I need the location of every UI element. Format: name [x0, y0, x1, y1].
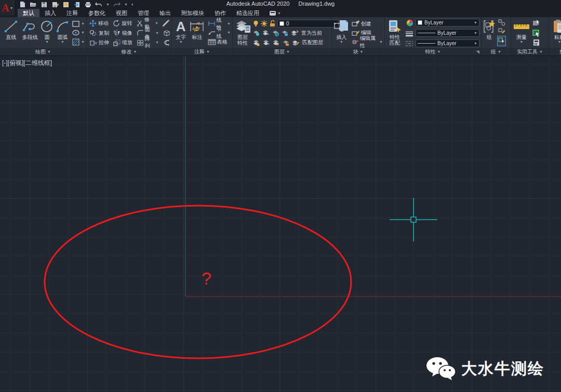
- copy-tool[interactable]: 复制: [89, 30, 110, 37]
- chevron-down-icon: ▼: [155, 41, 159, 44]
- erase-icon: [162, 20, 170, 27]
- line-tool[interactable]: 直线: [2, 18, 20, 40]
- edit-block-icon: [352, 30, 360, 36]
- panel-label-utilities[interactable]: 实用工具 ▼: [511, 48, 549, 56]
- group-tool[interactable]: 组: [483, 18, 496, 40]
- select-all-icon[interactable]: [532, 29, 540, 37]
- create-block-tool[interactable]: 创建: [352, 19, 383, 28]
- layer-isolate-icon[interactable]: [253, 30, 260, 36]
- layer-off-icon[interactable]: [272, 30, 279, 36]
- layer-select-dropdown[interactable]: 0 ▼: [277, 20, 339, 28]
- tab-insert[interactable]: 插入: [39, 9, 61, 17]
- move-icon: [89, 20, 97, 27]
- tab-addins[interactable]: 附加模块: [176, 9, 209, 17]
- layer-lock-icon[interactable]: [282, 30, 288, 36]
- quick-calculator-icon[interactable]: [533, 39, 540, 46]
- dialog-launcher-icon[interactable]: ◥: [476, 50, 479, 55]
- move-tool[interactable]: 移动: [89, 20, 110, 27]
- panel-label-draw[interactable]: 绘图 ▼: [0, 48, 86, 56]
- group-selection-toggle[interactable]: [497, 36, 506, 46]
- chevron-down-icon: ▼: [45, 40, 49, 44]
- tab-parametric[interactable]: 参数化: [83, 9, 111, 17]
- layer-properties-tool[interactable]: 图层 特性: [234, 18, 251, 46]
- layer-state-1-icon[interactable]: [253, 39, 260, 46]
- layer-unlock-icon[interactable]: [270, 20, 275, 27]
- tab-collaborate[interactable]: 协作: [209, 9, 231, 17]
- rectangle-tool[interactable]: ▼: [72, 19, 85, 28]
- crosshair-cursor: [390, 198, 437, 241]
- offset-tool[interactable]: [162, 39, 170, 46]
- paste-tool[interactable]: 粘贴 ▼: [551, 18, 561, 44]
- table-tool[interactable]: 表格: [208, 37, 231, 46]
- polyline-tool[interactable]: 多段线: [20, 18, 39, 40]
- stretch-icon: [89, 39, 97, 46]
- layer-unlock-small-icon[interactable]: [283, 39, 289, 46]
- color-wheel-icon[interactable]: [406, 19, 413, 27]
- set-current-tool[interactable]: 置为当前: [301, 30, 322, 37]
- arc-tool[interactable]: 圆弧 ▼: [55, 18, 71, 44]
- scale-tool[interactable]: 缩放: [113, 39, 134, 46]
- chevron-down-icon: ▼: [539, 50, 543, 53]
- tab-annotate[interactable]: 注释: [61, 9, 83, 17]
- panel-label-groups[interactable]: 组 ▼: [482, 48, 511, 56]
- layer-freeze-layers-icon[interactable]: [262, 30, 270, 36]
- drawing-canvas[interactable]: [-][俯视][二维线框] ?: [0, 56, 561, 392]
- tab-manage[interactable]: 管理: [132, 9, 154, 17]
- quick-select-icon[interactable]: [532, 19, 540, 26]
- panel-draw: 直线 多段线 圆 ▼ 圆弧 ▼: [0, 17, 87, 56]
- ellipse-object[interactable]: [45, 206, 351, 358]
- panel-properties: 特性 匹配 ByLayer ▼: [385, 17, 482, 56]
- color-swatch: [418, 20, 422, 25]
- match-layer-tool[interactable]: 匹配图层: [302, 39, 323, 46]
- chevron-down-icon: ▼: [81, 40, 85, 44]
- dimension-tool[interactable]: 标注: [188, 18, 206, 40]
- text-tool[interactable]: A 文字 ▼: [173, 18, 188, 44]
- layer-on-icon[interactable]: [253, 20, 259, 27]
- ellipse-tool[interactable]: ▼: [72, 29, 85, 37]
- hatch-icon: [72, 38, 80, 46]
- layer-thaw-icon[interactable]: [261, 20, 268, 27]
- explode-tool[interactable]: [162, 30, 170, 36]
- circle-tool[interactable]: 圆 ▼: [39, 18, 55, 44]
- panel-label-block[interactable]: 块 ▼: [332, 48, 384, 56]
- match-layer-icon[interactable]: [292, 39, 300, 46]
- tab-output[interactable]: 输出: [154, 9, 176, 17]
- linetype-dropdown[interactable]: ByLayer ▼: [416, 39, 479, 47]
- match-properties-tool[interactable]: 特性 匹配: [386, 18, 403, 46]
- lineweight-icon[interactable]: [405, 31, 413, 37]
- edit-attributes-tool[interactable]: 编辑属性 ▼: [352, 37, 383, 46]
- ungroup-icon[interactable]: [498, 19, 505, 26]
- measure-tool[interactable]: 测量 ▼: [513, 18, 530, 44]
- make-current-icon[interactable]: [291, 30, 299, 36]
- layer-state-3-icon[interactable]: [273, 39, 280, 46]
- panel-block: 插入 ▼ 创建 编辑 编辑属性 ▼: [332, 17, 385, 56]
- leader-tool[interactable]: 引线 ▼: [208, 29, 231, 37]
- chevron-down-icon: ▼: [47, 50, 51, 53]
- linetype-icon[interactable]: [405, 41, 413, 46]
- watermark: 大水牛测绘: [426, 357, 544, 381]
- hatch-tool[interactable]: ▼: [72, 37, 85, 46]
- panel-label-modify[interactable]: 修改 ▼: [87, 48, 171, 56]
- layer-state-2-icon[interactable]: [263, 39, 270, 46]
- erase-tool[interactable]: [162, 20, 170, 27]
- object-color-dropdown[interactable]: ByLayer ▼: [416, 19, 479, 26]
- tab-view[interactable]: 视图: [111, 9, 132, 17]
- panel-label-layers[interactable]: 图层 ▼: [233, 48, 331, 56]
- tab-home[interactable]: 默认: [18, 9, 39, 17]
- panel-clipboard: 粘贴 ▼ 剪贴板: [549, 17, 561, 56]
- table-icon: [208, 39, 216, 45]
- mirror-tool[interactable]: 镜像: [113, 30, 134, 37]
- stretch-tool[interactable]: 拉伸: [89, 39, 110, 46]
- insert-block-tool[interactable]: 插入 ▼: [333, 18, 350, 44]
- panel-label-properties[interactable]: 特性 ▼ ◥: [385, 48, 481, 56]
- tab-featured-apps[interactable]: 精选应用: [231, 9, 264, 17]
- group-edit-icon[interactable]: [498, 28, 505, 34]
- rotate-tool[interactable]: 旋转: [113, 20, 133, 27]
- ribbon-display-toggle[interactable]: ▼: [270, 9, 281, 17]
- lineweight-dropdown[interactable]: ByLayer ▼: [416, 29, 479, 37]
- panel-label-annotation[interactable]: 注释 ▼: [172, 48, 232, 56]
- app-menu-button[interactable]: A ▼: [0, 0, 16, 16]
- chevron-down-icon: ▼: [61, 40, 64, 44]
- panel-label-clipboard[interactable]: 剪贴板: [549, 48, 561, 56]
- circle-icon: [40, 19, 54, 34]
